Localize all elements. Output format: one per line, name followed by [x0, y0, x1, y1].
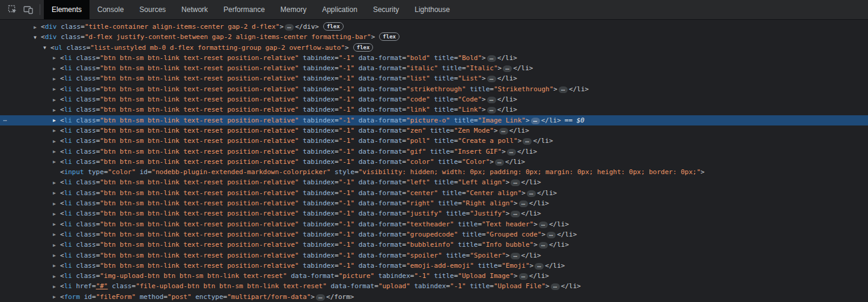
dom-node-row-li-gif[interactable]: ▶<li class="btn btn-sm btn-link text-res… [0, 146, 868, 157]
collapsed-content-ellipsis-icon[interactable]: … [535, 263, 544, 270]
tab-lighthouse[interactable]: Lighthouse [407, 0, 458, 19]
collapsed-content-ellipsis-icon[interactable]: … [511, 253, 520, 259]
expand-arrow-icon[interactable]: ▶ [34, 22, 41, 32]
tag-name: div [45, 33, 57, 41]
dom-node-row-input[interactable]: <input type="color" id="nodebb-plugin-ex… [0, 167, 868, 177]
dom-node-row-li-spoiler[interactable]: ▶<li class="btn btn-sm btn-link text-res… [0, 250, 868, 261]
flex-badge[interactable]: flex [379, 32, 399, 41]
expand-arrow-icon[interactable]: ▶ [53, 188, 60, 198]
dom-node-row-div[interactable]: ▼<div class="d-flex justify-content-betw… [0, 32, 868, 42]
expand-arrow-icon[interactable]: ▶ [53, 261, 60, 271]
dom-node-row-li-bubbleinfo[interactable]: ▶<li class="btn btn-sm btn-link text-res… [0, 240, 868, 250]
tab-console[interactable]: Console [90, 0, 132, 19]
tab-sources[interactable]: Sources [132, 0, 174, 19]
dom-node-row-div[interactable]: ▶<div class="title-container align-items… [0, 22, 868, 32]
dom-node-row-li-center[interactable]: ▶<li class="btn btn-sm btn-link text-res… [0, 188, 868, 198]
expand-arrow-icon[interactable]: ▶ [53, 136, 60, 146]
dom-node-row-li-left[interactable]: ▶<li class="btn btn-sm btn-link text-res… [0, 177, 868, 187]
tab-application[interactable]: Application [314, 0, 365, 19]
tab-security[interactable]: Security [365, 0, 407, 19]
collapsed-content-ellipsis-icon[interactable]: … [539, 222, 548, 228]
dom-node-row-li-color[interactable]: ▶<li class="btn btn-sm btn-link text-res… [0, 157, 868, 167]
attribute-name: data-format [359, 127, 402, 134]
collapsed-content-ellipsis-icon[interactable]: … [507, 149, 516, 156]
expand-arrow-icon[interactable]: ▶ [53, 219, 60, 229]
collapsed-content-ellipsis-icon[interactable]: … [316, 294, 325, 301]
collapsed-content-ellipsis-icon[interactable]: … [519, 201, 528, 207]
dom-node-row-li-list[interactable]: ▶<li class="btn btn-sm btn-link text-res… [0, 73, 868, 83]
expand-arrow-icon[interactable]: ▶ [53, 271, 60, 282]
dom-node-row-li-emoji-add-emoji[interactable]: ▶<li class="btn btn-sm btn-link text-res… [0, 261, 868, 271]
expand-arrow-icon[interactable]: ▶ [53, 240, 60, 250]
expand-arrow-icon[interactable]: ▶ [53, 53, 60, 63]
attribute-value: "post" [168, 293, 192, 301]
collapsed-content-ellipsis-icon[interactable]: … [495, 159, 504, 166]
collapsed-content-ellipsis-icon[interactable]: … [285, 24, 294, 31]
expand-arrow-icon[interactable]: ▶ [53, 209, 60, 219]
dom-node-row-li-textheader[interactable]: ▶<li class="btn btn-sm btn-link text-res… [0, 219, 868, 229]
tab-elements[interactable]: Elements [44, 0, 90, 19]
expand-arrow-icon[interactable]: ▶ [53, 74, 60, 84]
expand-arrow-icon[interactable]: ▶ [53, 157, 60, 167]
collapsed-content-ellipsis-icon[interactable]: … [511, 180, 520, 186]
dom-node-row-li-italic[interactable]: ▶<li class="btn btn-sm btn-link text-res… [0, 63, 868, 73]
dom-node-row-li-code[interactable]: ▶<li class="btn btn-sm btn-link text-res… [0, 94, 868, 104]
dom-node-row-li-bold[interactable]: ▶<li class="btn btn-sm btn-link text-res… [0, 53, 868, 63]
collapsed-content-ellipsis-icon[interactable]: … [519, 273, 528, 280]
dom-node-row-ul[interactable]: ▼<ul class="list-unstyled mb-0 d-flex fo… [0, 43, 868, 53]
expand-arrow-icon[interactable]: ▶ [53, 282, 60, 292]
expand-arrow-icon[interactable]: ▶ [53, 84, 60, 94]
expand-arrow-icon[interactable]: ▶ [53, 105, 60, 115]
flex-badge[interactable]: flex [353, 43, 374, 52]
expand-arrow-icon[interactable]: ▶ [53, 229, 60, 240]
collapsed-content-ellipsis-icon[interactable]: … [511, 211, 520, 217]
collapsed-content-ellipsis-icon[interactable]: … [559, 86, 568, 93]
expand-arrow-icon[interactable]: ▶ [53, 199, 60, 209]
expand-arrow-icon[interactable]: ▶ [53, 250, 60, 261]
dom-node-row-form[interactable]: ▶<form id="fileForm" method="post" encty… [0, 292, 868, 302]
expand-arrow-icon[interactable]: ▶ [53, 115, 60, 125]
elements-tree[interactable]: ▶<div class="title-container align-items… [0, 20, 868, 302]
dom-node-row-li-picture[interactable]: ▶<li class="img-upload-btn btn btn-sm bt… [0, 271, 868, 281]
collapse-arrow-icon[interactable]: ▼ [43, 43, 50, 53]
dom-node-row-li-poll[interactable]: ▶<li class="btn btn-sm btn-link text-res… [0, 136, 868, 146]
expand-arrow-icon[interactable]: ▶ [53, 178, 60, 188]
collapsed-content-ellipsis-icon[interactable]: … [523, 138, 532, 145]
collapsed-content-ellipsis-icon[interactable]: … [539, 242, 548, 249]
tab-network[interactable]: Network [174, 0, 216, 19]
dom-node-row-li-picture-o[interactable]: ⋯▶<li class="btn btn-sm btn-link text-re… [0, 115, 868, 125]
collapse-arrow-icon[interactable]: ▼ [34, 32, 41, 43]
collapsed-content-ellipsis-icon[interactable]: … [487, 107, 496, 113]
dom-node-row-li-upload[interactable]: ▶<li href="#" class="file-upload-btn btn… [0, 281, 868, 291]
device-toolbar-icon[interactable] [20, 0, 36, 19]
tab-memory[interactable]: Memory [273, 0, 314, 19]
dom-node-row-li-strikethrough[interactable]: ▶<li class="btn btn-sm btn-link text-res… [0, 84, 868, 94]
collapsed-content-ellipsis-icon[interactable]: … [499, 128, 508, 134]
collapsed-content-ellipsis-icon[interactable]: … [487, 76, 496, 82]
flex-badge[interactable]: flex [323, 22, 344, 31]
collapsed-content-ellipsis-icon[interactable]: … [551, 283, 560, 290]
attribute-value[interactable]: "#" [96, 282, 108, 290]
inspect-element-icon[interactable] [5, 0, 20, 19]
expand-arrow-icon[interactable]: ▶ [53, 95, 60, 105]
collapsed-content-ellipsis-icon[interactable]: … [487, 55, 496, 62]
collapsed-content-ellipsis-icon[interactable]: … [503, 65, 512, 72]
tab-performance[interactable]: Performance [216, 0, 273, 19]
collapsed-content-ellipsis-icon[interactable]: … [527, 190, 536, 197]
dom-node-row-li-right[interactable]: ▶<li class="btn btn-sm btn-link text-res… [0, 198, 868, 208]
collapsed-content-ellipsis-icon[interactable]: … [547, 232, 556, 238]
collapsed-content-ellipsis-icon[interactable]: … [531, 118, 540, 124]
dom-node-row-li-justify[interactable]: ▶<li class="btn btn-sm btn-link text-res… [0, 208, 868, 219]
dom-node-row-li-groupedcode[interactable]: ▶<li class="btn btn-sm btn-link text-res… [0, 229, 868, 240]
dom-node-row-li-link[interactable]: ▶<li class="btn btn-sm btn-link text-res… [0, 104, 868, 115]
dom-node-row-li-zen[interactable]: ▶<li class="btn btn-sm btn-link text-res… [0, 125, 868, 136]
attribute-value: "strikethrough" [406, 85, 466, 93]
expand-arrow-icon[interactable]: ▶ [53, 146, 60, 157]
expand-arrow-icon[interactable]: ▶ [53, 292, 60, 302]
collapsed-content-ellipsis-icon[interactable]: … [487, 97, 496, 103]
tag-name: li [64, 199, 72, 207]
attribute-value: "-1" [339, 189, 355, 197]
expand-arrow-icon[interactable]: ▶ [53, 125, 60, 136]
open-bracket: < [60, 64, 64, 72]
expand-arrow-icon[interactable]: ▶ [53, 64, 60, 74]
